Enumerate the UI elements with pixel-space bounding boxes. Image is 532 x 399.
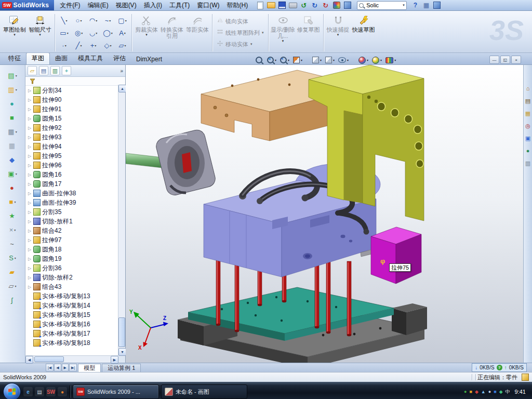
solids-tool-icon[interactable]: ■	[10, 112, 15, 123]
polygon-tool[interactable]: ◇ ▾	[101, 39, 115, 51]
spline-tool-icon[interactable]: S ▾	[9, 252, 16, 263]
start-button[interactable]	[3, 383, 21, 399]
search-input[interactable]	[365, 2, 403, 9]
undo-icon[interactable]: ↺	[299, 2, 308, 9]
annotation-icon[interactable]	[522, 374, 529, 381]
menu-item[interactable]: 插入(I)	[140, 0, 166, 11]
taskbar-clock[interactable]: 9:41	[515, 389, 526, 395]
search-dropdown-arrow[interactable]: ▾	[403, 3, 405, 7]
network-tray-icon[interactable]: ▲	[481, 390, 486, 394]
tree-vertical-scrollbar[interactable]: ▲ ▼	[118, 85, 125, 356]
expand-arrow-icon[interactable]: ▷	[28, 191, 32, 196]
feature-tree-item[interactable]: 实体-移动/复制18	[25, 338, 118, 348]
wave-tool-icon[interactable]: ~	[10, 238, 15, 249]
tree-toolbar-chevron[interactable]: »	[120, 68, 123, 74]
tree-display-icon[interactable]: ▱	[28, 66, 37, 75]
taskbar-paint-button[interactable]: 未命名 - 画图	[161, 384, 247, 399]
rectangle-tool[interactable]: ▭ ▾	[57, 26, 71, 39]
search-pane-icon[interactable]: ◎	[525, 123, 530, 129]
part-locating-ring[interactable]	[154, 128, 217, 197]
ime-tray-icon[interactable]: 中	[506, 390, 510, 394]
prev-tab-button[interactable]: ◀	[54, 364, 61, 371]
feature-tree-item[interactable]: ▷ 圆角18	[25, 245, 118, 254]
previous-view-button[interactable]: ▾	[279, 56, 290, 64]
scroll-down-button[interactable]: ▼	[118, 348, 126, 356]
tree-dimxpert-icon[interactable]: +	[62, 66, 71, 75]
view-settings-button[interactable]: ▾	[384, 56, 397, 64]
scroll-right-button[interactable]: ▶	[111, 356, 118, 364]
line-tool[interactable]: ╲ ▾	[57, 14, 71, 26]
feature-tree-item[interactable]: ▷ 拉伸97	[25, 235, 118, 245]
antivirus-tray-icon[interactable]: ◆	[475, 390, 478, 394]
expand-arrow-icon[interactable]: ▷	[28, 238, 32, 243]
menu-item[interactable]: 视图(V)	[112, 0, 140, 11]
mesh-tool-icon[interactable]: ▦	[9, 140, 16, 151]
toolbox-icon[interactable]	[433, 2, 442, 9]
centerline-tool[interactable]: ╱ ▾	[72, 39, 86, 51]
layers-tool-icon[interactable]: ▤ ▾	[8, 70, 17, 81]
point-tool[interactable]: · ▾	[57, 39, 71, 51]
net-help-icon[interactable]: ?	[497, 365, 502, 370]
redo-icon[interactable]: ↻	[310, 2, 319, 9]
open-icon[interactable]	[267, 2, 275, 9]
messenger-tray-icon[interactable]: ●	[464, 390, 467, 394]
shape-tool-icon[interactable]: ▱ ▾	[8, 281, 16, 291]
feature-tree-item[interactable]: ▷ 分割36	[25, 263, 118, 273]
expand-arrow-icon[interactable]: ▷	[28, 266, 32, 271]
desktop-quicklaunch-icon[interactable]: ▤	[35, 387, 44, 396]
expand-arrow-icon[interactable]: ▷	[28, 172, 32, 177]
materials-tool-icon[interactable]: ●	[10, 98, 15, 109]
feature-tree-item[interactable]: ▷ 圆角16	[25, 170, 118, 179]
expand-arrow-icon[interactable]: ▷	[28, 247, 32, 252]
design-library-icon[interactable]: ▤	[525, 98, 530, 104]
feature-tree-item[interactable]: ▷ 组合43	[25, 282, 118, 291]
feature-tree-item[interactable]: ▷ 拉伸93	[25, 132, 118, 142]
feature-tree-item[interactable]: ▷ 切除-放样1	[25, 217, 118, 226]
star-tool-icon[interactable]: ★	[9, 210, 16, 221]
feature-tree-item[interactable]: ▷ 拉伸96	[25, 161, 118, 170]
expand-arrow-icon[interactable]: ▷	[28, 154, 32, 158]
feature-tree-item[interactable]: ▷ 分割34	[25, 86, 118, 95]
apply-scene-button[interactable]: ▾	[371, 56, 383, 64]
model-tab[interactable]: 模型	[78, 364, 101, 372]
tab-dimxpert[interactable]: DimXpert	[131, 55, 167, 64]
plane-tool[interactable]: ▱ ▾	[115, 39, 129, 51]
feature-tree-item[interactable]: 实体-移动/复制14	[25, 301, 118, 310]
rebuild-icon[interactable]: ↻	[321, 2, 330, 9]
edit-appearance-button[interactable]: ▾	[357, 56, 369, 64]
scroll-up-button[interactable]: ▲	[118, 85, 126, 92]
zoom-fit-button[interactable]	[255, 56, 264, 64]
scroll-left-button[interactable]: ◀	[25, 356, 33, 364]
doc-restore-button[interactable]: ◱	[500, 56, 510, 64]
update-tray-icon[interactable]: ■	[470, 390, 472, 394]
expand-arrow-icon[interactable]: ▷	[28, 229, 32, 233]
expand-arrow-icon[interactable]: ▷	[28, 144, 32, 149]
ellipse-tool[interactable]: ◯ ▾	[101, 26, 115, 39]
3d-model[interactable]: φ	[126, 65, 525, 363]
menu-item[interactable]: 窗口(W)	[193, 0, 223, 11]
part-slide-block[interactable]: φ	[371, 227, 421, 284]
feature-tree-item[interactable]: ▷ 分割35	[25, 207, 118, 217]
tree-configurations-icon[interactable]: ▥	[50, 66, 60, 75]
expand-arrow-icon[interactable]: ▷	[28, 163, 32, 168]
appearances-scenes-icon[interactable]: ●	[526, 148, 530, 154]
print-icon[interactable]	[288, 2, 297, 9]
tangent-arc-tool[interactable]: ◡ ▾	[86, 26, 100, 39]
expand-arrow-icon[interactable]: ▷	[28, 201, 32, 205]
feature-tree-item[interactable]: ▷ 切除-放样2	[25, 273, 118, 282]
expand-arrow-icon[interactable]: ▷	[28, 275, 32, 280]
slot-tool[interactable]: ▢ ▾	[115, 14, 129, 26]
save-icon[interactable]	[277, 2, 286, 9]
feature-tree-item[interactable]: 实体-移动/复制15	[25, 310, 118, 320]
doc-close-button[interactable]: ×	[511, 56, 521, 64]
feature-tree-item[interactable]: 实体-移动/复制17	[25, 329, 118, 338]
section-view-button[interactable]: ▾	[292, 56, 303, 64]
scrollbar-thumb[interactable]	[118, 317, 125, 347]
perimeter-circle-tool[interactable]: ◎ ▾	[72, 26, 86, 39]
tab-surfaces[interactable]: 曲面	[50, 53, 73, 64]
pen-tool-icon[interactable]: ▰	[9, 267, 16, 277]
tree-properties-icon[interactable]: ▤	[39, 66, 48, 75]
first-tab-button[interactable]: |◀	[46, 364, 54, 371]
search-box[interactable]: ▾	[357, 1, 407, 10]
expand-arrow-icon[interactable]: ▷	[28, 135, 32, 140]
